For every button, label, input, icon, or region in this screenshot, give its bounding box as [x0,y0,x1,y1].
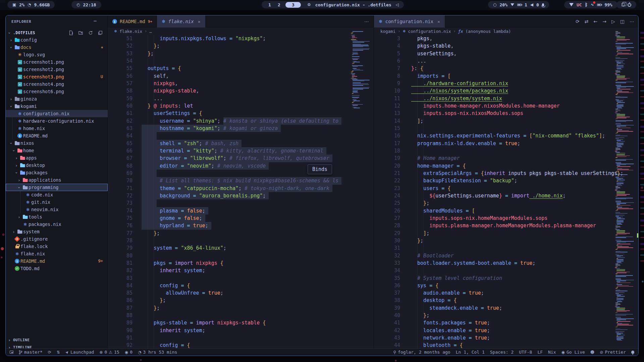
chevron-down-icon[interactable]: › [9,45,14,50]
status-encoding[interactable]: UTF-8 [519,350,532,355]
chevron-down-icon[interactable]: › [17,185,22,190]
tray-pill[interactable]: UC ᛒ ∿ 99% [564,1,618,8]
tree-item-hardware-configuration-nix[interactable]: ❄hardware-configuration.nix [6,117,108,125]
breadcrumb-rest[interactable]: … [149,29,152,34]
tree-item-applications[interactable]: ›applications [6,176,108,184]
clipboard-icon[interactable] [622,3,625,6]
tree-item-screenshot1-png[interactable]: ▴screenshot1.png [6,58,108,66]
chevron-down-icon[interactable]: › [9,140,14,146]
power-pill[interactable] [616,1,636,8]
status-problems[interactable]: ⊗0⚠15 [99,350,119,355]
status-git-sync[interactable]: ⟳ [48,350,51,355]
chevron-right-icon[interactable]: › [14,156,19,161]
status-git-branch[interactable]: master* [19,350,43,355]
tree-item-todo-md[interactable]: ✓TODO.md [6,265,108,272]
tree-item-logo-svg[interactable]: ✳logo.svg [6,51,108,58]
power-icon[interactable] [628,3,631,7]
more-actions-icon[interactable]: ⋯ [630,19,634,24]
status-remote-indicator[interactable] [10,351,13,354]
status-cursor-position[interactable]: Ln 1, Col 1 [456,350,485,355]
tree-item-readme-md[interactable]: iREADME.md [6,132,108,139]
tree-item-screenshot6-png[interactable]: ▴screenshot6.png [6,88,108,95]
tree-item-apps[interactable]: ›apps [6,154,108,162]
status-git-blame[interactable]: ⚲foglar, 2 months ago [393,350,450,355]
tree-item-system[interactable]: ›system [6,228,108,235]
status-eol[interactable]: LF [537,350,543,355]
tree-item-tools[interactable]: ›tools [6,213,108,221]
tree-item-readme-md[interactable]: iREADME.md9+ [6,257,108,265]
tree-item-flake-nix[interactable]: ❄flake.nix [6,250,108,257]
workspace-2[interactable]: 2 [276,2,282,7]
chevron-right-icon[interactable]: › [8,97,14,102]
tree-item-screenshot2-png[interactable]: ▴screenshot2.png [6,66,108,73]
close-tab-icon[interactable]: × [437,19,440,24]
tab-flake-nix[interactable]: ❄flake.nix× [157,15,205,27]
outline-section[interactable]: › OUTLINE [7,336,106,344]
new-folder-icon[interactable] [78,31,83,35]
collapse-folders-icon[interactable] [98,31,103,35]
code-editor-configuration-nix[interactable]: 3 pkgs,4 pkgs-stable,5 userSettings,6 ..… [374,35,639,349]
minimap-1[interactable] [350,31,371,132]
bluetooth-icon[interactable]: ᛒ [585,2,588,7]
tree-item-flake-lock[interactable]: flake.lock [6,243,108,250]
status-coding-time[interactable]: ◔3 hrs 53 mins [138,350,177,355]
breadcrumb-file[interactable]: configuration.nix [408,29,451,34]
tree-item-home-nix[interactable]: ❄home.nix [6,125,108,132]
tree-item-git-nix[interactable]: ❄git.nix [6,198,108,206]
editor-more-actions-icon[interactable]: ⋯ [364,19,369,24]
compare-changes-icon[interactable]: ⇄ [585,19,589,24]
close-tab-icon[interactable]: × [198,19,201,24]
tree-item-kogami[interactable]: ›kogami [6,103,108,110]
chevron-down-icon[interactable]: › [14,170,19,175]
tree-item-packages[interactable]: ›packages [6,169,108,176]
chevron-down-icon[interactable]: › [11,148,16,153]
tab-configuration-nix[interactable]: ❄configuration.nix× [374,15,445,27]
tree-item-code-nix[interactable]: ❄code.nix [6,191,108,198]
status-indentation[interactable]: Spaces: 2 [490,350,514,355]
chevron-right-icon[interactable]: › [16,178,22,183]
tree-item-neovim-nix[interactable]: ❄neovim.nix [6,206,108,213]
status-notifications-bell[interactable] [631,351,634,354]
workspace-3[interactable]: 3 [285,2,301,8]
tree-item-docs[interactable]: ›docs● [6,44,108,51]
status-ports[interactable]: ◉0 [125,350,132,355]
refresh-explorer-icon[interactable] [88,31,93,35]
keyboard-layout[interactable]: UC [577,2,582,7]
tree-item-configuration-nix[interactable]: ❄configuration.nix [6,110,108,117]
breadcrumb-folder[interactable]: kogami [380,29,395,34]
chevron-right-icon[interactable]: › [14,163,19,168]
chevron-right-icon[interactable]: › [8,38,14,43]
tree-item-nixos[interactable]: ›nixos [6,139,108,147]
breadcrumb-2[interactable]: kogami › ❄ configuration.nix › ƒx (anony… [374,27,639,35]
nav-forward-icon[interactable]: → [602,19,606,24]
minimap-2[interactable] [615,31,636,346]
tree-item-packages-nix[interactable]: ❄packages.nix [6,221,108,228]
tree-item-screenshot4-png[interactable]: ▴screenshot4.png [6,80,108,88]
nav-back-icon[interactable]: ← [594,19,598,24]
network-icon[interactable] [569,3,574,6]
tree-item-config[interactable]: ›config [6,36,108,44]
sync-icon[interactable]: ⟳ [576,19,580,24]
tree-item-home[interactable]: ›home [6,147,108,154]
run-icon[interactable]: ▷ [611,19,615,24]
status-extension-face[interactable]: ☻ [590,350,595,355]
split-editor-icon[interactable]: ◫ [620,19,625,24]
status-launchpad[interactable]: ➤Launchpad [65,350,94,355]
explorer-more-actions-icon[interactable]: ⋯ [94,18,97,23]
breadcrumb-symbol[interactable]: (anonymous lambda) [466,29,511,34]
chevron-right-icon[interactable]: › [11,229,16,234]
status-language-mode[interactable]: Nix [548,350,556,355]
tree-item-ginoza[interactable]: ›ginoza [6,95,108,103]
tree-item-desktop[interactable]: ›desktop [6,162,108,169]
breadcrumb-1[interactable]: ❄ flake.nix › … [108,27,374,35]
workspace-section-header[interactable]: › .DOTFILES [7,29,106,37]
chevron-down-icon[interactable]: › [9,104,14,109]
status-prettier[interactable]: ⊘Prettier [600,350,626,355]
new-file-icon[interactable] [69,31,73,35]
tree-item-screenshot3-png[interactable]: ▴screenshot3.pngU [6,73,108,80]
code-editor-flake-nix[interactable]: 51 inputs.nixpkgs.follows = "nixpkgs";52… [108,35,374,349]
tree-item--gitignore[interactable]: .gitignore [6,235,108,243]
status-go-live[interactable]: ◉Go Live [561,350,585,355]
status-pull-request[interactable]: ⇅ [57,350,60,355]
workspace-1[interactable]: 1 [267,2,273,7]
